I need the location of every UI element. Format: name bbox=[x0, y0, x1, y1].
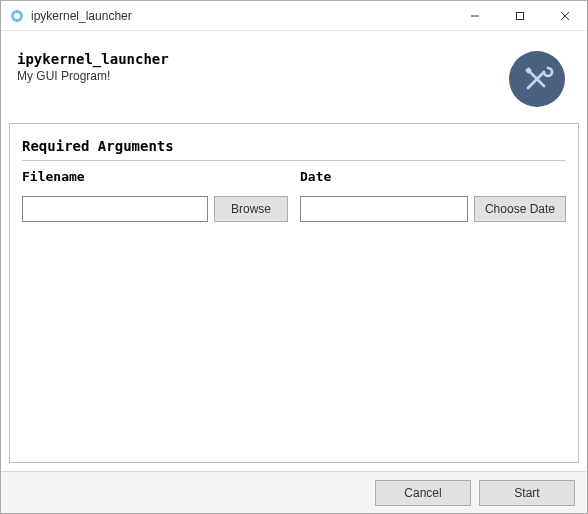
header-text: ipykernel_launcher My GUI Program! bbox=[17, 51, 509, 83]
svg-rect-3 bbox=[516, 12, 523, 19]
close-button[interactable] bbox=[542, 1, 587, 30]
content-panel: Required Arguments Filename Browse Date … bbox=[9, 123, 579, 463]
filename-input[interactable] bbox=[22, 196, 208, 222]
cancel-button[interactable]: Cancel bbox=[375, 480, 471, 506]
wrench-screwdriver-icon bbox=[520, 62, 554, 96]
app-name: ipykernel_launcher bbox=[17, 51, 509, 67]
date-field-group: Date Choose Date bbox=[300, 169, 566, 222]
maximize-button[interactable] bbox=[497, 1, 542, 30]
app-description: My GUI Program! bbox=[17, 69, 509, 83]
date-label: Date bbox=[300, 169, 566, 184]
svg-point-1 bbox=[14, 13, 20, 19]
date-input[interactable] bbox=[300, 196, 468, 222]
field-row: Filename Browse Date Choose Date bbox=[22, 169, 566, 222]
minimize-button[interactable] bbox=[452, 1, 497, 30]
filename-label: Filename bbox=[22, 169, 288, 184]
start-button[interactable]: Start bbox=[479, 480, 575, 506]
titlebar: ipykernel_launcher bbox=[1, 1, 587, 31]
choose-date-button[interactable]: Choose Date bbox=[474, 196, 566, 222]
app-window: ipykernel_launcher ipykernel_launcher My… bbox=[0, 0, 588, 514]
footer: Cancel Start bbox=[1, 471, 587, 513]
header: ipykernel_launcher My GUI Program! bbox=[1, 31, 587, 119]
window-title: ipykernel_launcher bbox=[31, 9, 452, 23]
filename-field-group: Filename Browse bbox=[22, 169, 288, 222]
section-title: Required Arguments bbox=[22, 138, 566, 161]
settings-logo bbox=[509, 51, 565, 107]
svg-line-6 bbox=[528, 72, 544, 88]
app-icon bbox=[9, 8, 25, 24]
browse-button[interactable]: Browse bbox=[214, 196, 288, 222]
